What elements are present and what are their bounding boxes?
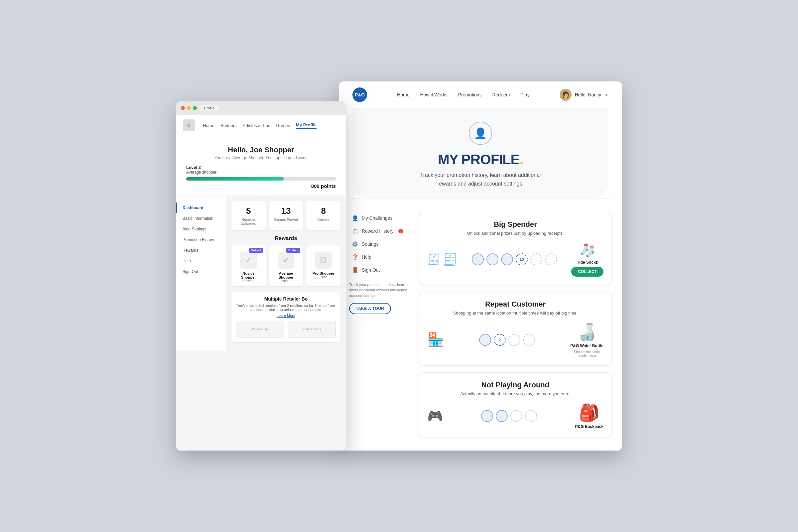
main-browser: P&G Home How it Works Promotions Redeem … (339, 81, 622, 450)
game-circle-4 (525, 410, 537, 422)
receipt-icon-2: 🧾 (442, 252, 457, 266)
main-profile-subtitle: Track your promotion history, learn abou… (373, 171, 589, 188)
expand-dot[interactable] (193, 106, 197, 110)
stat-articles: 8 Articles (306, 201, 341, 230)
app-main: 5 Receipts Uploaded 13 Games Played 8 Ar… (226, 196, 346, 352)
close-dot[interactable] (181, 106, 185, 110)
water-bottle-sublabel: Shop at the same retailer twice (570, 350, 604, 358)
receipts-number: 5 (236, 206, 261, 216)
sidebar-basic-info[interactable]: Basic Information (176, 213, 226, 224)
learn-more-link[interactable]: Learn More (236, 314, 336, 318)
sidebar-reward-history[interactable]: 📋 Reward History 1 (349, 225, 409, 238)
retailer-logo-2: [Retailer logo] (288, 321, 336, 338)
games-number: 13 (274, 206, 299, 216)
big-spender-circles: 10 (461, 253, 568, 265)
level-label: Level 2 (186, 165, 336, 170)
water-bottle-label: P&G Water Bottle (570, 343, 604, 348)
repeat-customer-card: Repeat Customer Shopping at the same loc… (419, 291, 612, 366)
nav-games[interactable]: Games (276, 123, 290, 128)
tide-socks-label: Tide Socks (577, 260, 598, 265)
reward-average: Collect ✓ Average Shopper Prize 2 (269, 245, 303, 286)
store-icons: 🏪 (427, 332, 444, 347)
sidebar-sign-out[interactable]: Sign Out (176, 266, 226, 277)
main-sidebar: 👤 My Challenges 📋 Reward History 1 ⚙️ Se… (349, 212, 409, 444)
sidebar-my-challenges[interactable]: 👤 My Challenges (349, 212, 409, 225)
challenges-label: My Challenges (362, 215, 393, 221)
level-section: Level 2 Average shopper 800 points (183, 165, 339, 189)
screenshot-wrapper: Profile 🖼 Home Redeem Articles & Tips Ga… (176, 81, 622, 450)
not-playing-card: Not Playing Around Actually on our site … (419, 373, 612, 437)
circle-target: 10 (516, 253, 528, 265)
novice-icon: ✓ (240, 252, 257, 269)
repeat-circle-target: 2 (494, 334, 506, 346)
app-logo: 🖼 (183, 119, 195, 131)
main-profile-title: MY PROFILE. (373, 152, 589, 168)
receipt-icons: 🧾 🧾 (427, 252, 457, 266)
minimize-dot[interactable] (187, 106, 191, 110)
user-avatar: 👩 (559, 89, 572, 101)
reward-history-label: Reward History (362, 228, 394, 234)
main-nav-links: Home How it Works Promotions Redeem Play (397, 92, 530, 97)
reward-pro: 🖼 Pro Shopper Prize (306, 245, 341, 286)
main-nav-promotions[interactable]: Promotions (458, 92, 482, 97)
greeting-label: Hello, Nancy (575, 92, 601, 97)
sidebar-promotion-history[interactable]: Promotion History (176, 234, 226, 245)
app-sidebar: Dashboard Basic Information Alert Settin… (176, 196, 226, 352)
nav-my-profile[interactable]: My Profile (296, 122, 317, 129)
main-nav-how-it-works[interactable]: How it Works (420, 92, 447, 97)
sidebar-help[interactable]: ❓ Help (349, 251, 409, 264)
game-circle-1 (481, 410, 493, 422)
circle-4 (530, 253, 542, 265)
settings-icon: ⚙️ (352, 241, 358, 247)
big-spender-desc: Unlock additional prizes just by uploadi… (427, 231, 604, 236)
sidebar-alert-settings[interactable]: Alert Settings (176, 224, 226, 234)
browser-content: 🖼 Home Redeem Articles & Tips Games My P… (176, 115, 346, 352)
sign-out-icon: 🚪 (352, 267, 358, 273)
retailer-logo-1: [Retailer logo] (236, 321, 284, 338)
take-tour-button[interactable]: TAKE A TOUR (349, 303, 391, 314)
nav-articles[interactable]: Articles & Tips (243, 123, 270, 128)
backpack-label: P&G Backpack (575, 424, 604, 429)
novice-collect-badge[interactable]: Collect (249, 248, 263, 253)
reward-novice: Collect ✓ Novice Shopper Prize 1 (231, 245, 266, 286)
sidebar-help[interactable]: Help (176, 256, 226, 266)
sidebar-settings[interactable]: ⚙️ Settings (349, 238, 409, 251)
repeat-circle-3 (508, 334, 520, 346)
reward-history-icon: 📋 (352, 228, 358, 234)
sign-out-label: Sign Out (362, 267, 380, 273)
main-nav-redeem[interactable]: Redeem (492, 92, 510, 97)
game-prize: 🎒 P&G Backpack (575, 403, 604, 429)
repeat-circle-4 (523, 334, 535, 346)
sidebar-sign-out[interactable]: 🚪 Sign Out (349, 264, 409, 277)
browser-tab[interactable]: Profile (200, 105, 219, 111)
hero-subtitle: You are a Average Shopper. Keep up the g… (183, 156, 339, 160)
circle-2 (487, 253, 498, 265)
pg-logo: P&G (353, 88, 367, 102)
main-nav-home[interactable]: Home (397, 92, 409, 97)
average-collect-badge[interactable]: Collect (286, 248, 300, 253)
sidebar-dashboard[interactable]: Dashboard (176, 203, 226, 213)
app-body: Dashboard Basic Information Alert Settin… (176, 196, 346, 352)
store-icon: 🏪 (427, 332, 444, 347)
articles-label: Articles (311, 217, 336, 222)
collect-button[interactable]: COLLECT (571, 267, 604, 277)
sidebar-rewards[interactable]: Rewards (176, 245, 226, 256)
big-spender-progress: 🧾 🧾 10 🧦 Tide (427, 242, 604, 277)
main-nav-play[interactable]: Play (520, 92, 529, 97)
novice-name: Novice Shopper (235, 271, 262, 279)
progress-bar-wrap (186, 177, 336, 180)
sidebar-desc: Track your promotion history, learn abou… (349, 282, 409, 299)
settings-label: Settings (362, 241, 379, 247)
reward-history-badge: 1 (398, 229, 404, 233)
big-spender-card: Big Spender Unlock additional prizes jus… (419, 212, 612, 285)
rewards-title: Rewards (231, 235, 341, 241)
separator (349, 198, 612, 198)
games-label: Games Played (274, 217, 299, 222)
not-playing-title: Not Playing Around (427, 381, 604, 390)
nav-home[interactable]: Home (203, 123, 214, 128)
app-nav: 🖼 Home Redeem Articles & Tips Games My P… (176, 115, 346, 136)
main-nav: P&G Home How it Works Promotions Redeem … (339, 81, 622, 108)
nav-redeem[interactable]: Redeem (221, 123, 237, 128)
profile-hero: Hello, Joe Shopper You are a Average Sho… (176, 136, 346, 196)
help-label: Help (362, 254, 372, 260)
